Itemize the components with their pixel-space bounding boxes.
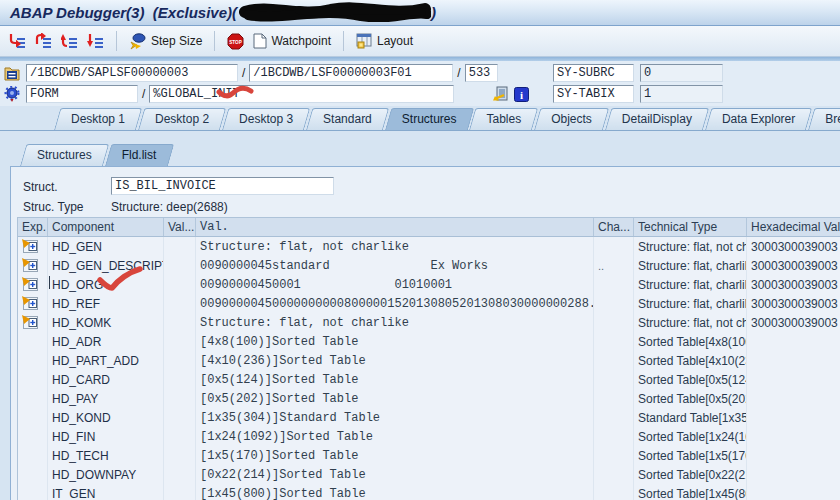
component-value: [1x24(1092)]Sorted Table <box>196 427 594 446</box>
step-size-button[interactable]: Step Size <box>126 31 205 52</box>
sy-tabix-value-field: 1 <box>640 85 723 103</box>
structures-subtabstrip: Structures Fld.list <box>18 143 167 166</box>
component-value: [4x10(236)]Sorted Table <box>196 351 594 370</box>
info-icon[interactable]: i <box>514 87 529 102</box>
table-row[interactable]: HD_GEN_DESCRIPT 0090000045standard Ex Wo… <box>18 256 840 275</box>
struct-type-value: Structure: deep(2688) <box>111 200 228 214</box>
event-icon <box>4 86 20 102</box>
tab-desktop-3[interactable]: Desktop 3 <box>222 108 304 130</box>
component-value: [1x5(170)]Sorted Table <box>196 446 594 465</box>
hex-value <box>747 370 840 389</box>
step-into-icon <box>9 33 26 49</box>
table-row[interactable]: IT_GEN [1x45(800)]Sorted Table Sorted Ta… <box>18 484 840 500</box>
separator: / <box>138 87 149 101</box>
sy-subrc-value-field: 0 <box>640 64 723 82</box>
table-row[interactable]: HD_PART_ADD [4x10(236)]Sorted Table Sort… <box>18 351 840 370</box>
component-table: Exp. Component Val.... Val. Cha... Techn… <box>17 217 840 500</box>
expand-icon[interactable] <box>22 296 39 311</box>
table-row[interactable]: HD_REF 009000004500000000008000001520130… <box>18 294 840 313</box>
event-type-field[interactable]: FORM <box>26 85 138 103</box>
tab-desktop-1[interactable]: Desktop 1 <box>54 108 136 130</box>
col-val[interactable]: Val. <box>196 218 594 236</box>
component-value: Structure: flat, not charlike <box>196 313 594 332</box>
component-value: 0090000045standard Ex Works <box>196 256 594 275</box>
struct-type-label: Struc. Type <box>23 200 83 214</box>
redaction-scribble <box>239 2 431 22</box>
sy-tabix-label-field[interactable]: SY-TABIX <box>553 85 634 103</box>
layout-button[interactable]: Layout <box>353 31 416 51</box>
watchpoint-button[interactable]: Watchpoint <box>250 31 334 51</box>
component-value: [4x8(100)]Sorted Table <box>196 332 594 351</box>
component-name: HD_DOWNPAY <box>48 465 164 484</box>
watchpoint-label: Watchpoint <box>271 34 331 48</box>
event-name-field[interactable]: %GLOBAL_INIT <box>149 85 454 103</box>
technical-type: Structure: flat, charlik.. <box>634 256 747 275</box>
expand-icon[interactable] <box>22 277 39 292</box>
hex-value <box>747 446 840 465</box>
step-out-icon <box>61 33 78 49</box>
expand-icon[interactable] <box>22 239 39 254</box>
table-row[interactable]: HD_KOND [1x35(304)]Standard Table Standa… <box>18 408 840 427</box>
tab-structures[interactable]: Structures <box>385 108 468 130</box>
layout-icon <box>356 33 373 49</box>
expand-icon[interactable] <box>22 315 39 330</box>
continue-icon <box>87 33 104 49</box>
line-number-field[interactable]: 533 <box>465 64 498 82</box>
hex-value <box>747 427 840 446</box>
include-field[interactable]: /1BCDWB/LSF00000003F01 <box>249 64 453 82</box>
table-row[interactable]: HD_FIN [1x24(1092)]Sorted Table Sorted T… <box>18 427 840 446</box>
step-out-button[interactable] <box>58 31 81 51</box>
hex-value <box>747 408 840 427</box>
tab-standard[interactable]: Standard <box>306 108 383 130</box>
step-size-label: Step Size <box>151 34 202 48</box>
program-field[interactable]: /1BCDWB/SAPLSF00000003 <box>26 64 238 82</box>
subtab-structures[interactable]: Structures <box>20 144 103 166</box>
tab-break-watchpoints[interactable]: Break./Watchpoints <box>808 108 840 130</box>
sy-subrc-label-field[interactable]: SY-SUBRC <box>553 64 634 82</box>
tab-objects[interactable]: Objects <box>534 108 603 130</box>
tab-tables[interactable]: Tables <box>469 108 532 130</box>
technical-type: Structure: flat, charlik.. <box>634 294 747 313</box>
tab-desktop-2[interactable]: Desktop 2 <box>138 108 220 130</box>
hex-value <box>747 465 840 484</box>
technical-type: Sorted Table[4x8(100. <box>634 332 747 351</box>
exit-icon[interactable] <box>492 86 508 102</box>
table-row[interactable]: HD_DOWNPAY [0x22(214)]Sorted Table Sorte… <box>18 465 840 484</box>
expand-icon[interactable] <box>22 258 39 273</box>
component-value: [0x5(202)]Sorted Table <box>196 389 594 408</box>
subtab-fldlist[interactable]: Fld.list <box>105 144 168 166</box>
struct-input[interactable]: IS_BIL_INVOICE <box>111 177 334 195</box>
tab-data-explorer[interactable]: Data Explorer <box>705 108 806 130</box>
technical-type: Sorted Table[0x5(124. <box>634 370 747 389</box>
table-row[interactable]: HD_TECH [1x5(170)]Sorted Table Sorted Ta… <box>18 446 840 465</box>
technical-type: Sorted Table[4x10(23. <box>634 351 747 370</box>
step-size-icon <box>129 33 147 50</box>
stop-button[interactable]: STOP <box>224 31 247 52</box>
table-row[interactable]: HD_GEN Structure: flat, not charlike Str… <box>18 237 840 256</box>
table-row[interactable]: HD_PAY [0x5(202)]Sorted Table Sorted Tab… <box>18 389 840 408</box>
struct-label: Struct. <box>23 180 58 194</box>
col-hexadecimal-value[interactable]: Hexadecimal Value <box>747 218 840 236</box>
component-value: 0090000045000000000080000015201308052013… <box>196 294 594 313</box>
technical-type: Structure: flat, not ch.. <box>634 313 747 332</box>
col-exp[interactable]: Exp. <box>18 218 48 236</box>
continue-button[interactable] <box>84 31 107 51</box>
col-cha[interactable]: Cha... <box>594 218 634 236</box>
table-row[interactable]: HD_CARD [0x5(124)]Sorted Table Sorted Ta… <box>18 370 840 389</box>
fldlist-panel: Struct. IS_BIL_INVOICE Struc. Type Struc… <box>10 166 840 500</box>
col-valdots[interactable]: Val.... <box>164 218 196 236</box>
table-row[interactable]: HD_KOMK Structure: flat, not charlike St… <box>18 313 840 332</box>
step-into-button[interactable] <box>6 31 29 51</box>
component-name: HD_FIN <box>48 427 164 446</box>
table-row-hd-org[interactable]: HD_ORG 00900000450001 01010001 Structure… <box>18 275 840 294</box>
component-name: HD_PART_ADD <box>48 351 164 370</box>
step-over-button[interactable] <box>32 31 55 51</box>
svg-text:i: i <box>520 88 523 100</box>
debugger-toolbar: Step Size STOP Watchpoint Layout <box>0 26 840 57</box>
component-name: HD_CARD <box>48 370 164 389</box>
col-component[interactable]: Component <box>48 218 164 236</box>
col-technical-type[interactable]: Technical Type <box>634 218 747 236</box>
table-row[interactable]: HD_ADR [4x8(100)]Sorted Table Sorted Tab… <box>18 332 840 351</box>
component-name: HD_GEN_DESCRIPT <box>48 256 164 275</box>
tab-detaildisplay[interactable]: DetailDisplay <box>605 108 703 130</box>
